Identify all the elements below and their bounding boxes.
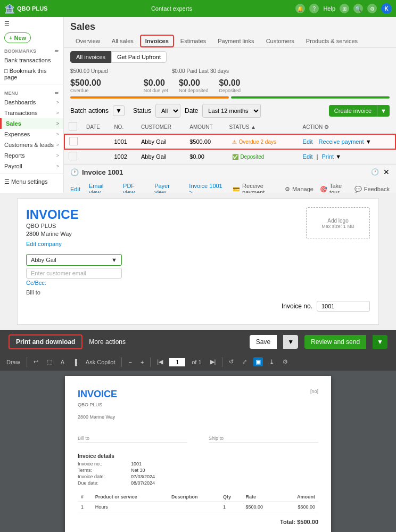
sidebar-item-dashboards[interactable]: Dashboards> — [0, 97, 63, 108]
panel-tab-pdf[interactable]: PDF view — [123, 183, 146, 193]
row1-actions: Edit Receive payment ▼ — [299, 134, 395, 149]
pdf-fit-btn[interactable]: ⤢ — [240, 357, 249, 366]
settings-icon[interactable]: ⚙ — [367, 4, 377, 13]
panel-close-icon[interactable]: ✕ — [383, 168, 390, 176]
edit-company-link[interactable]: Edit company — [26, 241, 62, 247]
sidebar-item-bookmark[interactable]: □ Bookmark this page — [0, 66, 63, 83]
manage-btn[interactable]: ⚙ Manage — [285, 186, 314, 193]
edit-bookmarks-icon[interactable]: ✏ — [55, 48, 59, 54]
pdf-highlight-btn[interactable]: ▐ — [71, 358, 79, 366]
sidebar-item-sales[interactable]: Sales> — [0, 118, 63, 129]
pdf-zoom-in-btn[interactable]: + — [138, 358, 146, 366]
panel-tab-edit[interactable]: Edit — [70, 186, 80, 192]
sub-tab-get-paid[interactable]: Get Paid Upfront — [111, 51, 167, 63]
panel-history-icon[interactable]: 🕐 — [371, 168, 379, 176]
batch-actions-label: Batch actions — [70, 107, 109, 114]
panel-tab-invoice[interactable]: Invoice 1001 > — [189, 183, 224, 193]
row1-checkbox[interactable] — [69, 137, 78, 145]
print-download-button[interactable]: Print and download — [9, 334, 82, 349]
sidebar-item-customers[interactable]: Customers & leads> — [0, 140, 63, 150]
sidebar-item-expenses[interactable]: Expenses> — [0, 129, 63, 140]
batch-actions-arrow[interactable]: ▼ — [113, 105, 125, 116]
paid-label: $0.00 Paid Last 30 days — [172, 68, 229, 74]
pdf-text-btn[interactable]: A — [59, 358, 67, 366]
tab-invoices[interactable]: Invoices — [140, 35, 174, 47]
edit-menu-icon[interactable]: ✏ — [55, 91, 59, 96]
create-invoice-button[interactable]: Create invoice — [329, 105, 377, 117]
new-button[interactable]: + New — [4, 32, 31, 43]
create-invoice-dropdown[interactable]: ▼ — [377, 105, 390, 117]
tab-customers[interactable]: Customers — [261, 35, 300, 47]
apps-icon[interactable]: ⊞ — [340, 4, 349, 13]
panel-tab-email[interactable]: Email view — [89, 183, 114, 193]
pdf-download-btn[interactable]: ⤓ — [267, 357, 276, 366]
customer-email-input[interactable]: Enter customer email — [26, 268, 122, 279]
avatar[interactable]: K — [381, 3, 392, 14]
sidebar-item-transactions[interactable]: Transactions> — [0, 108, 63, 118]
notification-icon[interactable]: 🔔 — [295, 4, 305, 13]
header-right: 🔔 ? Help ⊞ 🔍 ⚙ K — [295, 3, 392, 14]
tab-overview[interactable]: Overview — [70, 35, 105, 47]
pdf-highlighted-btn[interactable]: ▣ — [253, 357, 263, 366]
pdf-select-btn[interactable]: ⬚ — [45, 357, 54, 366]
date-label: Date — [185, 107, 198, 114]
pdf-ask-copilot-btn[interactable]: Ask Copilot — [84, 358, 118, 366]
pdf-undo-btn[interactable]: ↩ — [31, 357, 40, 366]
menu-section-title: MENU ✏ — [0, 87, 63, 97]
pdf-zoom-out-btn[interactable]: − — [126, 358, 134, 366]
save-button[interactable]: Save — [250, 335, 277, 349]
pdf-company-info: INVOICE QBO PLUS 2800 Marine Way — [78, 389, 117, 427]
tab-products-services[interactable]: Products & services — [301, 35, 363, 47]
tab-payment-links[interactable]: Payment links — [212, 35, 259, 47]
pdf-prev-btn[interactable]: |◀ — [155, 357, 165, 366]
sidebar-item-reports[interactable]: Reports> — [0, 150, 63, 161]
row2-action-dropdown[interactable]: ▼ — [335, 153, 341, 160]
save-dropdown-button[interactable]: ▼ — [283, 335, 298, 349]
status-filter[interactable]: All — [155, 104, 180, 118]
select-all-checkbox[interactable] — [69, 122, 77, 130]
sidebar-toggle[interactable]: ☰ — [0, 17, 63, 30]
invoice-no-input[interactable] — [317, 301, 370, 312]
logo-placeholder[interactable]: Add logo Max size: 1 MB — [306, 207, 370, 239]
take-tour-btn[interactable]: 🎯 Take tour — [320, 183, 348, 193]
search-icon[interactable]: 🔍 — [353, 4, 363, 13]
table-row: 1001 Abby Gail $500.00 ⚠ Overdue 2 days … — [64, 134, 395, 149]
row1-action-dropdown[interactable]: ▼ — [366, 138, 372, 145]
help-icon[interactable]: ? — [309, 4, 319, 13]
date-filter[interactable]: Last 12 months — [202, 104, 261, 118]
pdf-bill-row: Bill to Ship to — [78, 436, 318, 445]
row2-status: ✅ Deposited — [225, 149, 298, 164]
nav-tabs: Overview All sales Invoices Estimates Pa… — [64, 35, 396, 48]
review-send-button[interactable]: Review and send — [304, 335, 366, 349]
pdf-col-num: # — [78, 492, 92, 502]
cc-bcc-link[interactable]: Cc/Bcc: — [26, 280, 370, 286]
sub-tab-all-invoices[interactable]: All invoices — [70, 51, 111, 63]
sidebar-item-payroll[interactable]: Payroll> — [0, 161, 63, 171]
sidebar-item-bank-transactions[interactable]: Bank transactions — [0, 55, 63, 66]
review-send-dropdown-button[interactable]: ▼ — [373, 335, 387, 349]
row2-date — [82, 149, 110, 164]
row2-edit-link[interactable]: Edit — [303, 153, 313, 160]
more-actions-button[interactable]: More actions — [89, 338, 126, 346]
pdf-next-btn[interactable]: ▶| — [208, 357, 218, 366]
receive-payment-btn[interactable]: 💳 Receive payment — [233, 183, 278, 193]
customer-select[interactable]: Abby Gail ▼ — [26, 254, 122, 266]
pdf-sep-4 — [222, 357, 222, 367]
sidebar-item-menu-settings[interactable]: ☰ Menu settings — [0, 176, 63, 187]
contact-experts[interactable]: Contact experts — [151, 5, 192, 12]
pdf-rotate-btn[interactable]: ↺ — [227, 357, 236, 366]
tab-all-sales[interactable]: All sales — [106, 35, 139, 47]
pdf-col-qty: Qty — [220, 492, 243, 502]
tab-estimates[interactable]: Estimates — [175, 35, 211, 47]
pdf-draw-btn[interactable]: Draw — [4, 358, 22, 366]
tour-icon: 🎯 — [320, 186, 327, 193]
pdf-page-input[interactable] — [169, 358, 185, 366]
pdf-detail-due-date: Due date: 08/07/2024 — [78, 480, 318, 486]
feedback-btn[interactable]: 💬 Feedback — [354, 186, 390, 193]
row1-edit-link[interactable]: Edit — [303, 138, 313, 145]
row2-print-link[interactable]: Print — [322, 153, 334, 160]
row2-checkbox[interactable] — [69, 152, 77, 160]
row1-receive-payment-link[interactable]: Receive payment — [319, 138, 364, 145]
panel-tab-payer[interactable]: Payer view — [154, 183, 180, 193]
pdf-settings-btn[interactable]: ⚙ — [280, 357, 290, 366]
